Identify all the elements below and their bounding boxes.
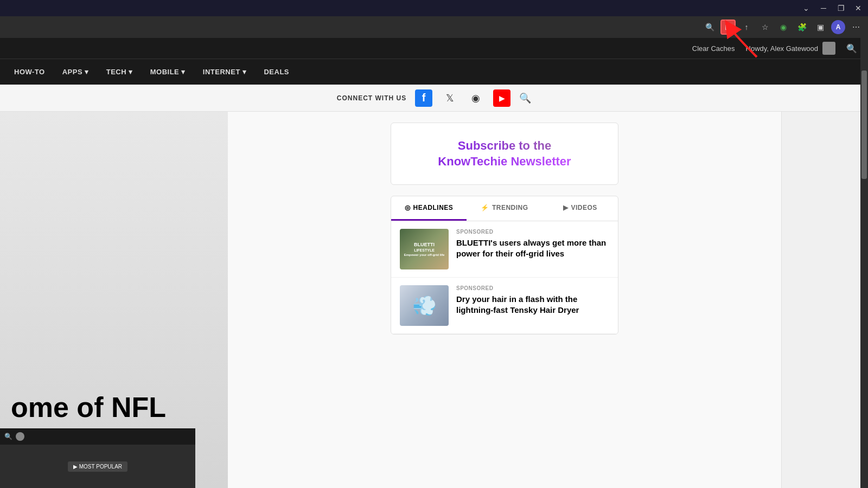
news-headline-1: BLUETTI's users always get more than pow…	[456, 237, 609, 259]
share-toolbar-icon[interactable]: ↑	[739, 20, 754, 35]
nav-item-howto[interactable]: HOW-TO	[5, 59, 54, 85]
extension-icon-2[interactable]: 🧩	[794, 20, 809, 35]
main-content: ome of NFL 🔍 ▶ MOST POPULAR Subscribe to…	[0, 112, 868, 488]
headlines-tab-icon: ◎	[405, 204, 411, 211]
news-text-hairdryer: SPONSORED Dry your hair in a flash with …	[456, 285, 609, 326]
chevron-icon[interactable]: ⌄	[801, 3, 812, 14]
extension-icon-1[interactable]: ◉	[776, 20, 791, 35]
tab-trending[interactable]: ⚡ TRENDING	[467, 196, 542, 221]
restore-button[interactable]: ❐	[835, 3, 846, 14]
tab-videos[interactable]: ▶ VIDEOS	[542, 196, 618, 221]
news-headline-2: Dry your hair in a flash with the lightn…	[456, 294, 609, 315]
trending-tab-icon: ⚡	[481, 204, 489, 211]
news-item-hairdryer[interactable]: 💨 SPONSORED Dry your hair in a flash wit…	[391, 278, 618, 334]
bookmark-toolbar-icon[interactable]: ☆	[757, 20, 773, 35]
site-nav: HOW-TO APPS ▾ TECH ▾ MOBILE ▾ INTERNET ▾…	[0, 59, 868, 85]
videos-tab-label: VIDEOS	[571, 204, 597, 211]
howdy-label: Howdy, Alex Gatewood	[746, 44, 818, 53]
right-sidebar	[781, 112, 868, 488]
news-item-bluetti[interactable]: BLUETTI LIFESTYLE Empower your off-grid …	[391, 221, 618, 278]
clear-caches-link[interactable]: Clear Caches	[692, 44, 735, 53]
tabs-toolbar-icon[interactable]: ⊞	[720, 20, 736, 35]
nav-item-tech[interactable]: TECH ▾	[98, 59, 142, 85]
youtube-icon[interactable]: ▶	[493, 89, 510, 107]
nav-item-apps[interactable]: APPS ▾	[54, 59, 98, 85]
center-panel: Subscribe to the KnowTechie Newsletter ◎…	[228, 112, 781, 488]
search-toolbar-icon[interactable]: 🔍	[702, 20, 717, 35]
scrollbar-thumb[interactable]	[861, 70, 867, 179]
nav-item-mobile[interactable]: MOBILE ▾	[142, 59, 194, 85]
browser-toolbar: 🔍 ⊞ ↑ ☆ ◉ 🧩 ▣ A ⋯	[0, 16, 868, 38]
newsletter-line2: KnowTechie Newsletter	[438, 155, 571, 168]
twitter-icon[interactable]: 𝕏	[441, 89, 458, 107]
nav-item-internet[interactable]: INTERNET ▾	[194, 59, 256, 85]
search-connect-icon[interactable]: 🔍	[519, 92, 531, 104]
nav-item-deals[interactable]: DEALS	[255, 59, 298, 85]
most-popular-button[interactable]: ▶ MOST POPULAR	[68, 461, 127, 472]
news-thumb-bluetti: BLUETTI LIFESTYLE Empower your off-grid …	[400, 229, 449, 269]
instagram-icon[interactable]: ◉	[467, 89, 484, 107]
site-top-bar: Clear Caches Howdy, Alex Gatewood 🔍	[0, 38, 868, 59]
headlines-tab-label: HEADLINES	[413, 204, 453, 211]
news-text-bluetti: SPONSORED BLUETTI's users always get mor…	[456, 229, 609, 269]
second-browser-toolbar: 🔍	[0, 428, 195, 445]
sponsored-label-1: SPONSORED	[456, 229, 609, 235]
second-browser: 🔍 ▶ MOST POPULAR	[0, 428, 195, 488]
user-info: Howdy, Alex Gatewood	[746, 42, 835, 55]
videos-tab-icon: ▶	[563, 204, 569, 211]
trending-tab-label: TRENDING	[492, 204, 528, 211]
newsletter-title: Subscribe to the KnowTechie Newsletter	[407, 138, 602, 169]
scrollbar[interactable]	[860, 38, 868, 488]
sb-search-icon[interactable]: 🔍	[4, 433, 12, 440]
browser-title-bar: ⌄ ─ ❐ ✕	[0, 0, 868, 16]
sponsored-label-2: SPONSORED	[456, 285, 609, 291]
newsletter-box: Subscribe to the KnowTechie Newsletter	[391, 123, 618, 185]
user-avatar[interactable]	[822, 42, 835, 55]
search-top-icon[interactable]: 🔍	[846, 43, 857, 54]
newsletter-line1: Subscribe to the	[458, 139, 551, 152]
close-button[interactable]: ✕	[853, 3, 864, 14]
hero-headline: ome of NFL	[11, 392, 166, 423]
sb-avatar-icon	[16, 432, 24, 441]
facebook-icon[interactable]: f	[415, 89, 432, 107]
website-content: Clear Caches Howdy, Alex Gatewood 🔍 HOW-…	[0, 38, 868, 488]
connect-label: CONNECT WITH US	[337, 94, 406, 102]
connect-bar: CONNECT WITH US f 𝕏 ◉ ▶ 🔍	[0, 85, 868, 112]
minimize-button[interactable]: ─	[818, 3, 829, 14]
tabs-header: ◎ HEADLINES ⚡ TRENDING ▶ VIDEOS	[391, 196, 618, 221]
sidebar-toolbar-icon[interactable]: ▣	[813, 20, 828, 35]
tab-headlines[interactable]: ◎ HEADLINES	[391, 196, 467, 221]
content-tabs: ◎ HEADLINES ⚡ TRENDING ▶ VIDEOS	[391, 196, 618, 335]
sb-content: ▶ MOST POPULAR	[0, 445, 195, 488]
menu-toolbar-icon[interactable]: ⋯	[848, 20, 864, 35]
account-toolbar-icon[interactable]: A	[831, 20, 845, 34]
left-panel: ome of NFL 🔍 ▶ MOST POPULAR	[0, 112, 228, 488]
news-thumb-hairdryer: 💨	[400, 285, 449, 326]
